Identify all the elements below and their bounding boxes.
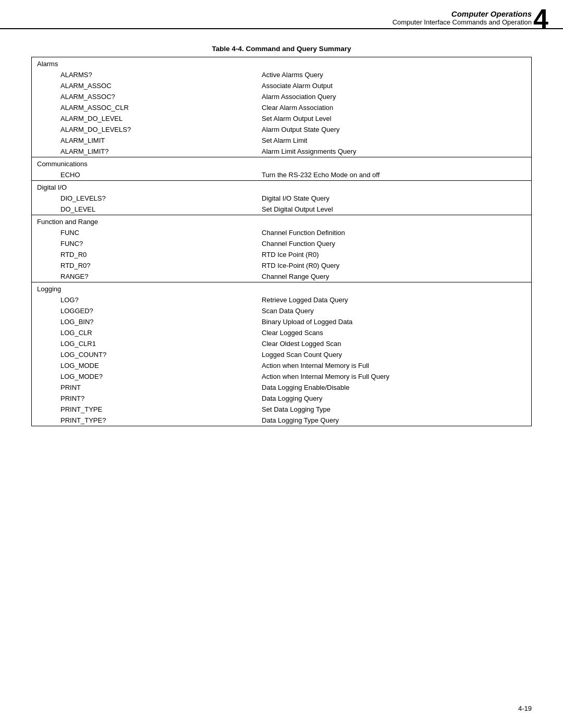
table-row: ALARM_DO_LEVELS?Alarm Output State Query	[32, 124, 532, 135]
table-row: LOG_BIN?Binary Upload of Logged Data	[32, 316, 532, 327]
table-row: ALARM_LIMIT?Alarm Limit Assignments Quer…	[32, 146, 532, 157]
description-cell: Logged Scan Count Query	[256, 349, 531, 360]
table-row: RANGE?Channel Range Query	[32, 271, 532, 282]
command-cell: ALARM_ASSOC?	[32, 91, 257, 102]
command-cell: ALARMS?	[32, 69, 257, 80]
description-cell: Digital I/O State Query	[256, 193, 531, 204]
command-cell: LOG_MODE	[32, 360, 257, 371]
section-label-digital_io: Digital I/O	[32, 181, 532, 193]
header-right: Computer Operations Computer Interface C…	[393, 9, 532, 26]
section-header-alarms: Alarms	[32, 57, 532, 70]
table-row: ALARM_ASSOC_CLRClear Alarm Association	[32, 102, 532, 113]
description-cell: Set Alarm Limit	[256, 135, 531, 146]
command-cell: DIO_LEVELS?	[32, 193, 257, 204]
description-cell: Channel Range Query	[256, 271, 531, 282]
table-row: LOG?Retrieve Logged Data Query	[32, 294, 532, 305]
description-cell: Alarm Association Query	[256, 91, 531, 102]
section-header-digital_io: Digital I/O	[32, 181, 532, 193]
description-cell: RTD Ice-Point (R0) Query	[256, 260, 531, 271]
table-row: ALARM_ASSOCAssociate Alarm Output	[32, 80, 532, 91]
command-cell: PRINT?	[32, 393, 257, 404]
table-row: LOG_MODE?Action when Internal Memory is …	[32, 371, 532, 382]
command-cell: PRINT	[32, 382, 257, 393]
table-row: PRINT_TYPE?Data Logging Type Query	[32, 415, 532, 426]
table-row: RTD_R0RTD Ice Point (R0)	[32, 249, 532, 260]
command-cell: FUNC?	[32, 238, 257, 249]
description-cell: Retrieve Logged Data Query	[256, 294, 531, 305]
command-cell: PRINT_TYPE?	[32, 415, 257, 426]
command-cell: RTD_R0	[32, 249, 257, 260]
table-title: Table 4-4. Command and Query Summary	[31, 45, 532, 53]
description-cell: Set Digital Output Level	[256, 204, 531, 215]
description-cell: Set Alarm Output Level	[256, 113, 531, 124]
header-subtitle: Computer Interface Commands and Operatio…	[393, 18, 532, 26]
table-row: LOG_MODEAction when Internal Memory is F…	[32, 360, 532, 371]
command-cell: LOG_COUNT?	[32, 349, 257, 360]
table-row: LOG_CLRClear Logged Scans	[32, 327, 532, 338]
description-cell: Alarm Output State Query	[256, 124, 531, 135]
description-cell: Alarm Limit Assignments Query	[256, 146, 531, 157]
description-cell: Binary Upload of Logged Data	[256, 316, 531, 327]
section-label-function_range: Function and Range	[32, 215, 532, 228]
section-header-function_range: Function and Range	[32, 215, 532, 228]
description-cell: Clear Alarm Association	[256, 102, 531, 113]
description-cell: Data Logging Type Query	[256, 415, 531, 426]
description-cell: Data Logging Enable/Disable	[256, 382, 531, 393]
command-cell: LOG_MODE?	[32, 371, 257, 382]
table-row: ALARM_LIMITSet Alarm Limit	[32, 135, 532, 146]
table-row: LOG_COUNT?Logged Scan Count Query	[32, 349, 532, 360]
description-cell: Set Data Logging Type	[256, 404, 531, 415]
command-cell: PRINT_TYPE	[32, 404, 257, 415]
command-cell: DO_LEVEL	[32, 204, 257, 215]
table-row: DO_LEVELSet Digital Output Level	[32, 204, 532, 215]
command-cell: LOG_CLR1	[32, 338, 257, 349]
description-cell: Channel Function Query	[256, 238, 531, 249]
command-cell: LOGGED?	[32, 305, 257, 316]
table-row: LOG_CLR1Clear Oldest Logged Scan	[32, 338, 532, 349]
command-cell: LOG_BIN?	[32, 316, 257, 327]
table-row: DIO_LEVELS?Digital I/O State Query	[32, 193, 532, 204]
table-row: ALARM_DO_LEVELSet Alarm Output Level	[32, 113, 532, 124]
page-header: Computer Operations Computer Interface C…	[0, 0, 563, 29]
description-cell: Active Alarms Query	[256, 69, 531, 80]
command-cell: ALARM_LIMIT?	[32, 146, 257, 157]
header-title: Computer Operations	[393, 9, 532, 18]
description-cell: Clear Logged Scans	[256, 327, 531, 338]
command-cell: ALARM_DO_LEVEL	[32, 113, 257, 124]
description-cell: Channel Function Definition	[256, 227, 531, 238]
command-cell: FUNC	[32, 227, 257, 238]
description-cell: Turn the RS-232 Echo Mode on and off	[256, 169, 531, 181]
table-row: LOGGED?Scan Data Query	[32, 305, 532, 316]
table-row: RTD_R0?RTD Ice-Point (R0) Query	[32, 260, 532, 271]
table-row: ECHOTurn the RS-232 Echo Mode on and off	[32, 169, 532, 181]
command-cell: RTD_R0?	[32, 260, 257, 271]
section-label-alarms: Alarms	[32, 57, 532, 70]
page-container: Computer Operations Computer Interface C…	[0, 0, 563, 728]
command-cell: LOG_CLR	[32, 327, 257, 338]
description-cell: Data Logging Query	[256, 393, 531, 404]
table-row: PRINT?Data Logging Query	[32, 393, 532, 404]
table-row: PRINTData Logging Enable/Disable	[32, 382, 532, 393]
command-cell: ECHO	[32, 169, 257, 181]
description-cell: RTD Ice Point (R0)	[256, 249, 531, 260]
section-label-logging: Logging	[32, 282, 532, 295]
command-cell: ALARM_DO_LEVELS?	[32, 124, 257, 135]
section-header-communications: Communications	[32, 157, 532, 170]
section-label-communications: Communications	[32, 157, 532, 170]
table-row: ALARM_ASSOC?Alarm Association Query	[32, 91, 532, 102]
command-cell: ALARM_ASSOC	[32, 80, 257, 91]
section-header-logging: Logging	[32, 282, 532, 295]
command-cell: ALARM_ASSOC_CLR	[32, 102, 257, 113]
command-cell: LOG?	[32, 294, 257, 305]
description-cell: Scan Data Query	[256, 305, 531, 316]
page-number: 4-19	[518, 705, 532, 712]
chapter-number: 4	[533, 5, 548, 32]
command-cell: ALARM_LIMIT	[32, 135, 257, 146]
description-cell: Action when Internal Memory is Full Quer…	[256, 371, 531, 382]
page-content: Table 4-4. Command and Query Summary Ala…	[0, 29, 563, 458]
table-row: PRINT_TYPESet Data Logging Type	[32, 404, 532, 415]
command-table: AlarmsALARMS?Active Alarms QueryALARM_AS…	[31, 57, 532, 426]
table-row: FUNCChannel Function Definition	[32, 227, 532, 238]
command-cell: RANGE?	[32, 271, 257, 282]
description-cell: Clear Oldest Logged Scan	[256, 338, 531, 349]
